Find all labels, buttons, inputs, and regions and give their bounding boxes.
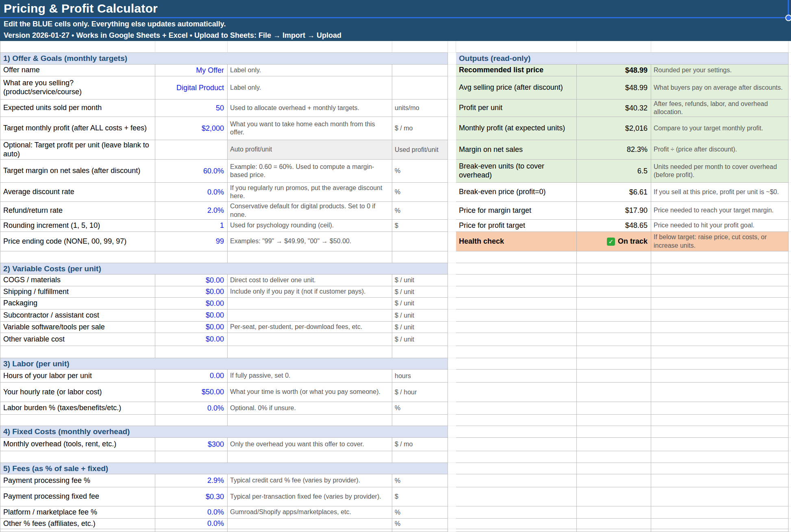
editable-value-cell[interactable]: $0.00 — [155, 286, 228, 298]
sheet-row: What are you selling? (product/service/c… — [0, 76, 791, 99]
editable-value-cell[interactable]: $300 — [155, 438, 228, 451]
output-label: Recommended list price — [456, 65, 577, 76]
sheet-row: Shipping / fulfillment$0.00Include only … — [0, 286, 791, 298]
output-label: Margin on net sales — [456, 140, 577, 160]
output-label: Avg selling price (after discount) — [456, 76, 577, 99]
output-value: $40.32 — [577, 99, 651, 117]
row-label: Monthly overhead (tools, rent, etc.) — [0, 438, 155, 451]
editable-value-cell[interactable]: My Offer — [155, 65, 228, 76]
editable-value-cell[interactable]: $0.00 — [155, 322, 228, 333]
empty-cell — [456, 451, 577, 463]
editable-value-cell[interactable]: $2,000 — [155, 117, 228, 140]
grid-cell — [228, 41, 392, 53]
editable-value-cell[interactable]: $50.00 — [155, 383, 228, 402]
empty-cell — [651, 426, 789, 438]
editable-value-cell[interactable]: 99 — [155, 232, 228, 251]
empty-cell — [651, 263, 789, 275]
editable-value-cell[interactable]: Digital Product — [155, 76, 228, 99]
column-gap — [448, 333, 456, 346]
empty-cell — [155, 529, 228, 532]
row-unit: % — [392, 160, 448, 183]
editable-value-cell[interactable]: 1 — [155, 220, 228, 232]
row-description: What your time is worth (or what you pay… — [228, 383, 392, 402]
editable-value-cell[interactable]: 0.0% — [155, 506, 228, 519]
sheet-row: Packaging$0.00$ / unit — [0, 298, 791, 309]
sheet-row: Rounding increment (1, 5, 10)1Used for p… — [0, 220, 791, 232]
editable-value-cell[interactable] — [155, 140, 228, 160]
empty-cell — [577, 451, 651, 463]
editable-value-cell[interactable]: $0.00 — [155, 275, 228, 286]
output-description: Profit ÷ (price after discount). — [651, 140, 789, 160]
empty-cell — [651, 370, 789, 383]
sheet-row: Your hourly rate (or labor cost)$50.00Wh… — [0, 383, 791, 402]
empty-cell — [155, 415, 228, 426]
column-gap — [448, 463, 456, 474]
editable-value-cell[interactable]: 0.0% — [155, 519, 228, 529]
edge-sliver — [789, 463, 791, 474]
sheet-row: Hours of your labor per unit0.00If fully… — [0, 370, 791, 383]
spreadsheet: Pricing & Profit Calculator Edit the BLU… — [0, 0, 791, 532]
edge-sliver — [789, 415, 791, 426]
editable-value-cell[interactable]: 0.0% — [155, 183, 228, 202]
edge-sliver — [789, 322, 791, 333]
sheet-row: Other variable cost$0.00$ / unit — [0, 333, 791, 346]
editable-value-cell[interactable]: $0.00 — [155, 309, 228, 322]
empty-cell — [577, 275, 651, 286]
section-header: Outputs (read-only) — [456, 53, 789, 65]
column-gap — [448, 232, 456, 251]
edge-sliver — [789, 370, 791, 383]
column-gap — [448, 65, 456, 76]
editable-value-cell[interactable]: $0.30 — [155, 487, 228, 506]
empty-cell — [577, 358, 651, 370]
empty-cell — [228, 251, 392, 263]
page-title: Pricing & Profit Calculator — [0, 0, 789, 17]
row-label: Payment processing fixed fee — [0, 487, 155, 506]
editable-value-cell[interactable]: 2.0% — [155, 202, 228, 220]
edge-sliver — [789, 99, 791, 117]
editable-value-cell[interactable]: 50 — [155, 99, 228, 117]
output-description: Price needed to reach your target margin… — [651, 202, 789, 220]
editable-value-cell[interactable]: $0.00 — [155, 298, 228, 309]
editable-value-cell[interactable]: 0.00 — [155, 370, 228, 383]
row-unit: $ / unit — [392, 333, 448, 346]
sheet-row: Target margin on net sales (after discou… — [0, 160, 791, 183]
row-label: Variable software/tools per sale — [0, 322, 155, 333]
row-label: Labor burden % (taxes/benefits/etc.) — [0, 402, 155, 415]
row-unit: $ / unit — [392, 322, 448, 333]
row-description: Conservative default for digital product… — [228, 202, 392, 220]
column-gap — [448, 451, 456, 463]
row-label: Target monthly profit (after ALL costs +… — [0, 117, 155, 140]
output-label: Monthly profit (at expected units) — [456, 117, 577, 140]
output-label: Break-even price (profit=0) — [456, 183, 577, 202]
output-description: Price needed to hit your profit goal. — [651, 220, 789, 232]
check-icon: ✓ — [607, 238, 615, 246]
row-description: If you regularly run promos, put the ave… — [228, 183, 392, 202]
row-label: Subcontractor / assistant cost — [0, 309, 155, 322]
sheet-row: Target monthly profit (after ALL costs +… — [0, 117, 791, 140]
editable-value-cell[interactable]: 2.9% — [155, 474, 228, 487]
empty-cell — [651, 506, 789, 519]
empty-cell — [0, 529, 155, 532]
column-gap — [448, 309, 456, 322]
row-unit — [392, 76, 448, 99]
edge-sliver — [789, 251, 791, 263]
row-unit: % — [392, 183, 448, 202]
edge-sliver — [789, 117, 791, 140]
row-description: Typical credit card % fee (varies by pro… — [228, 474, 392, 487]
row-label: Rounding increment (1, 5, 10) — [0, 220, 155, 232]
edge-sliver — [789, 220, 791, 232]
editable-value-cell[interactable]: $0.00 — [155, 333, 228, 346]
empty-cell — [456, 251, 577, 263]
grid-cell — [155, 41, 228, 53]
column-gap — [448, 506, 456, 519]
editable-value-cell[interactable]: 60.0% — [155, 160, 228, 183]
editable-value-cell[interactable]: 0.0% — [155, 402, 228, 415]
selection-handle[interactable] — [785, 15, 791, 21]
row-label: Platform / marketplace fee % — [0, 506, 155, 519]
edge-sliver — [789, 76, 791, 99]
sheet-row: COGS / materials$0.00Direct cost to deli… — [0, 275, 791, 286]
edge-sliver — [789, 358, 791, 370]
row-description: Used for psychology rounding (ceil). — [228, 220, 392, 232]
empty-cell — [577, 286, 651, 298]
empty-cell — [228, 415, 392, 426]
